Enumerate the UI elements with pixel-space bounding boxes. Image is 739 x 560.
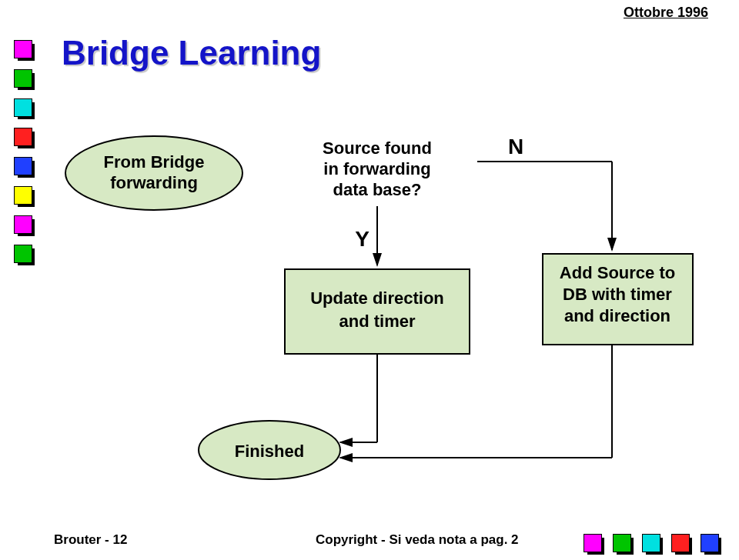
branch-yes-label: Y bbox=[355, 227, 370, 251]
decision-line2: in forwarding bbox=[323, 159, 430, 178]
footer-left: Brouter - 12 bbox=[54, 532, 127, 548]
start-line2: forwarding bbox=[110, 173, 198, 192]
start-line1: From Bridge bbox=[104, 152, 205, 172]
process-add-line3: and direction bbox=[564, 306, 670, 325]
end-label: Finished bbox=[235, 442, 304, 461]
branch-no-label: N bbox=[508, 135, 523, 158]
decision-line3: data base? bbox=[333, 180, 422, 199]
flowchart: From Bridge forwarding Source found in f… bbox=[0, 0, 739, 560]
process-add-line1: Add Source to bbox=[560, 263, 675, 282]
process-add-line2: DB with timer bbox=[563, 285, 672, 304]
process-update-line1: Update direction bbox=[310, 288, 444, 308]
footer-right: Copyright - Si veda nota a pag. 2 bbox=[316, 532, 519, 548]
process-update-line2: and timer bbox=[339, 312, 415, 331]
decision-line1: Source found bbox=[323, 138, 432, 158]
